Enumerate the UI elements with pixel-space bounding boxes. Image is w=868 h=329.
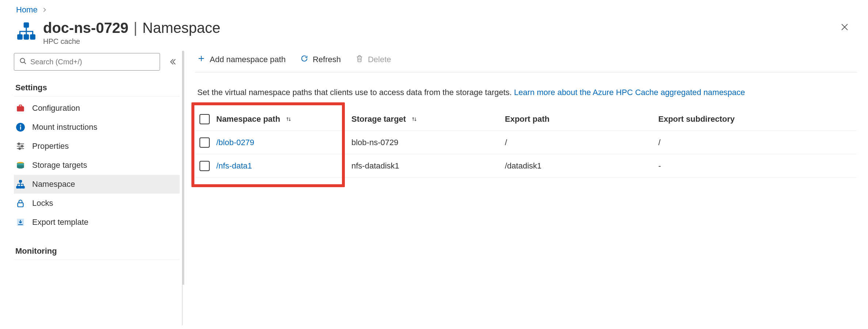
- svg-point-10: [19, 148, 20, 150]
- intro-text: Set the virtual namespace paths that cli…: [195, 72, 857, 107]
- export-subdir-cell: /: [658, 138, 853, 147]
- download-icon: [15, 217, 26, 227]
- storage-target-cell: blob-ns-0729: [351, 138, 505, 147]
- trash-icon: [355, 54, 363, 65]
- sidebar-item-label: Export template: [32, 218, 88, 227]
- add-namespace-path-button[interactable]: Add namespace path: [197, 54, 286, 65]
- select-all-checkbox[interactable]: [199, 114, 210, 124]
- svg-rect-16: [18, 203, 23, 207]
- chevron-right-icon: [42, 5, 47, 15]
- sidebar: Settings Configuration Mount instruction…: [14, 51, 183, 325]
- plus-icon: [197, 54, 205, 65]
- svg-point-4: [20, 58, 25, 63]
- refresh-icon: [300, 54, 308, 65]
- sidebar-item-label: Storage targets: [32, 160, 87, 170]
- storage-target-cell: nfs-datadisk1: [351, 161, 505, 171]
- search-icon: [19, 57, 27, 67]
- svg-rect-15: [22, 186, 24, 188]
- command-bar: Add namespace path Refresh Delete: [195, 53, 857, 72]
- sidebar-item-label: Locks: [32, 198, 53, 208]
- hierarchy-icon: [16, 21, 37, 42]
- info-icon: [15, 122, 26, 132]
- breadcrumb: Home: [0, 0, 868, 18]
- section-name: Namespace: [142, 20, 220, 36]
- row-checkbox[interactable]: [199, 137, 210, 148]
- search-input[interactable]: [14, 53, 160, 71]
- toolbox-icon: [15, 103, 26, 113]
- sliders-icon: [15, 141, 26, 151]
- resource-subtype: HPC cache: [43, 37, 220, 46]
- learn-more-link[interactable]: Learn more about the Azure HPC Cache agg…: [514, 88, 745, 97]
- disks-icon: [15, 160, 26, 170]
- svg-point-8: [18, 143, 20, 145]
- namespace-path-link[interactable]: /blob-0279: [216, 138, 351, 147]
- lock-icon: [15, 198, 26, 208]
- sidebar-item-properties[interactable]: Properties: [14, 137, 180, 156]
- resource-name: doc-ns-0729: [43, 20, 128, 36]
- sidebar-item-export-template[interactable]: Export template: [14, 213, 180, 232]
- sidebar-section-monitoring: Monitoring: [14, 239, 180, 260]
- col-export-path[interactable]: Export path: [505, 114, 658, 124]
- sidebar-item-label: Mount instructions: [32, 122, 98, 132]
- main-content: Add namespace path Refresh Delete S: [183, 51, 868, 325]
- delete-button: Delete: [355, 54, 391, 65]
- table-row[interactable]: /blob-0279 blob-ns-0729 / /: [195, 131, 857, 154]
- sort-icon: [411, 116, 418, 122]
- sidebar-section-settings: Settings: [14, 76, 180, 97]
- sidebar-item-label: Configuration: [32, 103, 80, 113]
- svg-rect-6: [20, 126, 21, 130]
- svg-point-9: [21, 145, 23, 147]
- col-storage-target[interactable]: Storage target: [351, 114, 505, 124]
- sidebar-item-configuration[interactable]: Configuration: [14, 99, 180, 118]
- svg-rect-3: [31, 35, 35, 39]
- refresh-button[interactable]: Refresh: [300, 54, 341, 65]
- close-button[interactable]: [837, 20, 852, 34]
- table-header: Namespace path Storage target Export pat…: [195, 107, 857, 131]
- export-path-cell: /datadisk1: [505, 161, 658, 171]
- export-subdir-cell: -: [658, 161, 853, 171]
- sidebar-item-locks[interactable]: Locks: [14, 194, 180, 213]
- svg-rect-13: [16, 186, 19, 188]
- export-path-cell: /: [505, 138, 658, 147]
- svg-rect-2: [24, 35, 28, 39]
- sidebar-item-mount-instructions[interactable]: Mount instructions: [14, 118, 180, 137]
- sidebar-item-label: Properties: [32, 141, 69, 151]
- page-title: doc-ns-0729 | Namespace: [43, 20, 220, 36]
- svg-rect-0: [24, 23, 28, 27]
- sort-icon: [285, 116, 292, 122]
- sidebar-item-namespace[interactable]: Namespace: [14, 175, 180, 194]
- breadcrumb-home[interactable]: Home: [16, 5, 38, 15]
- namespace-table: Namespace path Storage target Export pat…: [195, 107, 857, 178]
- sidebar-item-label: Namespace: [32, 179, 75, 189]
- svg-rect-14: [19, 186, 22, 188]
- col-namespace-path[interactable]: Namespace path: [216, 114, 351, 124]
- svg-rect-12: [19, 180, 22, 182]
- row-checkbox[interactable]: [199, 161, 210, 171]
- collapse-sidebar-button[interactable]: [167, 56, 178, 68]
- table-row[interactable]: /nfs-data1 nfs-datadisk1 /datadisk1 -: [195, 154, 857, 178]
- sidebar-item-storage-targets[interactable]: Storage targets: [14, 156, 180, 175]
- svg-point-7: [20, 125, 21, 126]
- svg-rect-1: [18, 35, 22, 39]
- hierarchy-icon: [15, 179, 26, 189]
- namespace-path-link[interactable]: /nfs-data1: [216, 161, 351, 171]
- col-export-subdir[interactable]: Export subdirectory: [658, 114, 853, 124]
